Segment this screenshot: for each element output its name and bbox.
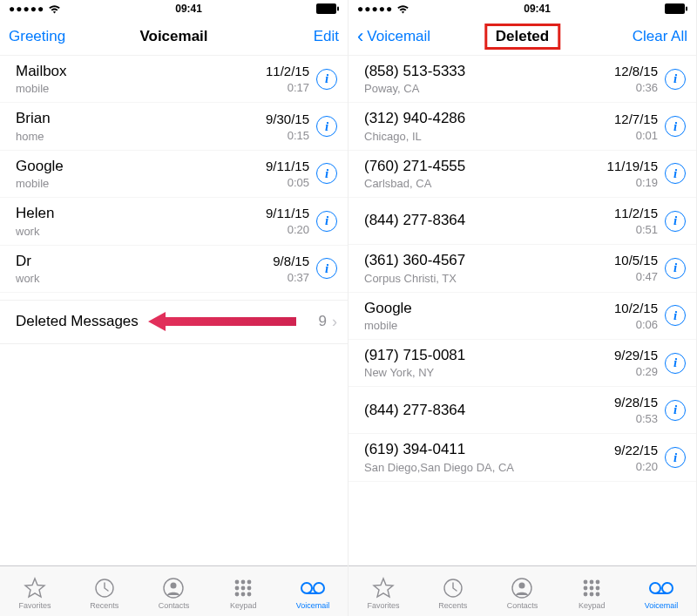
row-caller: (760) 271-4555 — [364, 158, 607, 175]
info-button[interactable]: i — [665, 211, 686, 232]
deleted-list: (858) 513-5333Poway, CA12/8/150:36i(312)… — [348, 56, 696, 565]
voicemail-row[interactable]: (619) 394-0411San Diego,San Diego DA, CA… — [348, 434, 696, 481]
row-date: 10/5/15 — [614, 253, 658, 268]
svg-point-5 — [235, 579, 240, 584]
row-subtitle: work — [16, 225, 266, 238]
row-duration: 0:05 — [266, 176, 309, 189]
row-duration: 0:15 — [266, 129, 309, 142]
info-button[interactable]: i — [665, 305, 686, 326]
row-caller: Mailbox — [16, 63, 266, 80]
info-button[interactable]: i — [665, 353, 686, 374]
voicemail-row[interactable]: (844) 277-83649/28/150:53i — [348, 387, 696, 434]
tab-contacts[interactable]: Contacts — [139, 566, 209, 616]
info-button[interactable]: i — [665, 258, 686, 279]
row-date: 9/28/15 — [614, 395, 658, 410]
row-duration: 0:20 — [266, 223, 309, 236]
deleted-messages-count: 9 — [319, 313, 327, 330]
back-button[interactable]: ‹ Voicemail — [357, 27, 436, 46]
tab-bar: FavoritesRecentsContactsKeypadVoicemail — [348, 565, 696, 616]
voicemail-row[interactable]: Brianhome9/30/150:15i — [0, 103, 348, 150]
row-subtitle: mobile — [364, 319, 614, 332]
row-subtitle: home — [16, 130, 266, 143]
edit-button[interactable]: Edit — [261, 28, 339, 45]
voicemail-row[interactable]: (858) 513-5333Poway, CA12/8/150:36i — [348, 56, 696, 103]
row-caller: (917) 715-0081 — [364, 347, 614, 364]
voicemail-row[interactable]: Mailboxmobile11/2/150:17i — [0, 56, 348, 103]
tab-keypad[interactable]: Keypad — [557, 566, 626, 616]
voicemail-row[interactable]: Helenwork9/11/150:20i — [0, 198, 348, 245]
row-date: 9/11/15 — [266, 159, 309, 174]
info-button[interactable]: i — [665, 69, 686, 90]
svg-point-10 — [247, 586, 252, 590]
greeting-button[interactable]: Greeting — [9, 28, 87, 45]
row-caller: (844) 277-8364 — [364, 402, 614, 419]
tab-favorites[interactable]: Favorites — [0, 566, 70, 616]
row-subtitle: Poway, CA — [364, 82, 614, 95]
svg-point-24 — [596, 579, 600, 584]
tab-label: Voicemail — [645, 601, 679, 610]
deleted-messages-row[interactable]: Deleted Messages9› — [0, 300, 348, 344]
tab-recents[interactable]: Recents — [418, 566, 488, 616]
tab-label: Favorites — [18, 601, 51, 610]
svg-rect-18 — [686, 7, 687, 11]
tab-label: Voicemail — [296, 601, 330, 610]
voicemail-row[interactable]: (844) 277-836411/2/150:51i — [348, 198, 696, 245]
svg-point-23 — [590, 579, 594, 584]
voicemail-row[interactable]: Drwork9/8/150:37i — [0, 246, 348, 293]
page-title: Voicemail — [139, 28, 207, 45]
voicemail-row[interactable]: (361) 360-4567Corpus Christi, TX10/5/150… — [348, 245, 696, 292]
row-date: 9/22/15 — [614, 443, 658, 458]
wifi-icon — [48, 4, 61, 14]
info-button[interactable]: i — [316, 69, 337, 90]
tab-contacts[interactable]: Contacts — [488, 566, 558, 616]
row-date: 9/29/15 — [614, 348, 658, 363]
annotation-arrow-icon — [148, 312, 296, 331]
voicemail-row[interactable]: Googlemobile10/2/150:06i — [348, 293, 696, 340]
svg-point-15 — [314, 583, 324, 593]
voicemail-icon — [648, 577, 674, 599]
star-icon — [372, 577, 395, 599]
tab-keypad[interactable]: Keypad — [208, 566, 278, 616]
svg-point-14 — [301, 583, 312, 593]
page-title: Deleted — [484, 24, 560, 50]
tab-favorites[interactable]: Favorites — [348, 566, 418, 616]
clock-icon — [442, 577, 464, 599]
tab-voicemail[interactable]: Voicemail — [278, 566, 348, 616]
info-button[interactable]: i — [316, 211, 337, 232]
voicemail-row[interactable]: (917) 715-0081New York, NY9/29/150:29i — [348, 340, 696, 387]
tab-recents[interactable]: Recents — [70, 566, 139, 616]
svg-rect-17 — [665, 3, 685, 14]
chevron-right-icon: › — [332, 313, 337, 331]
svg-point-31 — [650, 583, 660, 593]
voicemail-row[interactable]: Googlemobile9/11/150:05i — [0, 151, 348, 198]
row-date: 9/8/15 — [273, 254, 309, 269]
voicemail-row[interactable]: (312) 940-4286Chicago, IL12/7/150:01i — [348, 103, 696, 150]
svg-point-21 — [519, 582, 525, 588]
tab-label: Contacts — [159, 601, 190, 610]
info-button[interactable]: i — [316, 116, 337, 137]
row-date: 9/11/15 — [266, 206, 309, 221]
svg-point-25 — [584, 586, 588, 590]
info-button[interactable]: i — [665, 447, 686, 468]
info-button[interactable]: i — [665, 116, 686, 137]
info-button[interactable]: i — [665, 163, 686, 184]
info-button[interactable]: i — [316, 163, 337, 184]
row-subtitle: New York, NY — [364, 366, 614, 379]
info-button[interactable]: i — [665, 400, 686, 421]
row-date: 11/2/15 — [266, 64, 309, 79]
svg-point-30 — [596, 592, 600, 596]
voicemail-row[interactable]: (760) 271-4555Carlsbad, CA11/19/150:19i — [348, 151, 696, 198]
battery-icon — [316, 3, 339, 14]
row-subtitle: Carlsbad, CA — [364, 177, 607, 190]
tab-voicemail[interactable]: Voicemail — [626, 566, 696, 616]
row-caller: (312) 940-4286 — [364, 110, 614, 127]
svg-point-6 — [241, 579, 246, 584]
clear-all-button[interactable]: Clear All — [609, 28, 687, 45]
svg-point-7 — [247, 579, 252, 584]
row-duration: 0:06 — [614, 318, 658, 331]
keypad-icon — [232, 577, 254, 599]
row-duration: 0:47 — [614, 270, 658, 283]
row-date: 12/8/15 — [614, 64, 658, 79]
row-duration: 0:37 — [273, 271, 309, 284]
info-button[interactable]: i — [316, 258, 337, 279]
